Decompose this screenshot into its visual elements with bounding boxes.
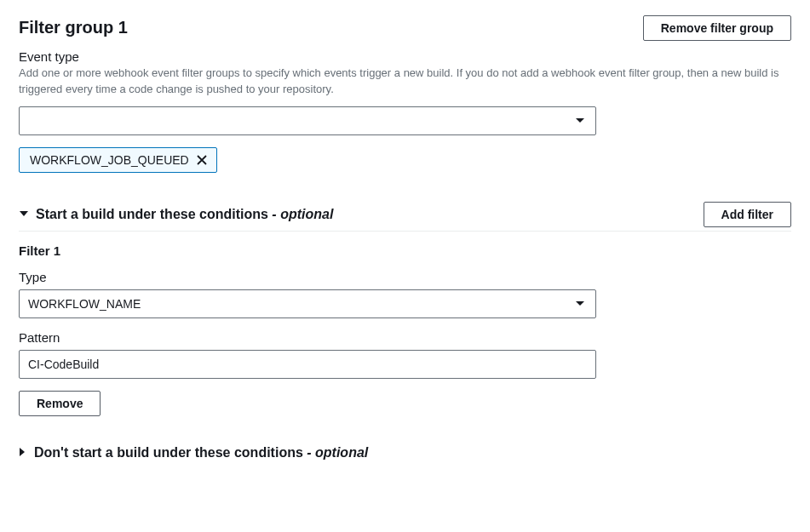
event-type-field: Event type Add one or more webhook event… — [19, 49, 791, 173]
dont-start-conditions-title: Don't start a build under these conditio… — [34, 445, 368, 460]
add-filter-button[interactable]: Add filter — [704, 202, 791, 227]
filter-heading: Filter 1 — [19, 243, 791, 258]
start-conditions-toggle[interactable]: Start a build under these conditions - o… — [19, 207, 333, 222]
caret-down-icon — [575, 117, 585, 124]
remove-filter-group-button[interactable]: Remove filter group — [643, 15, 791, 41]
caret-down-icon — [19, 207, 29, 222]
filter-type-select[interactable]: WORKFLOW_NAME — [19, 289, 596, 318]
caret-right-icon — [19, 445, 27, 460]
event-type-label: Event type — [19, 49, 791, 64]
close-icon[interactable] — [196, 154, 208, 166]
start-conditions-title: Start a build under these conditions - o… — [36, 207, 333, 222]
event-type-token: WORKFLOW_JOB_QUEUED — [19, 147, 217, 173]
dont-start-conditions-toggle[interactable]: Don't start a build under these conditio… — [19, 445, 791, 460]
filter-group-title: Filter group 1 — [19, 15, 128, 39]
caret-down-icon — [575, 300, 585, 307]
filter-pattern-input[interactable] — [19, 350, 596, 379]
remove-filter-button[interactable]: Remove — [19, 391, 101, 416]
event-type-select[interactable] — [19, 106, 596, 135]
filter-block: Filter 1 Type WORKFLOW_NAME Pattern Remo… — [19, 243, 791, 416]
token-label: WORKFLOW_JOB_QUEUED — [30, 153, 189, 167]
event-type-description: Add one or more webhook event filter gro… — [19, 66, 791, 98]
filter-pattern-label: Pattern — [19, 330, 791, 345]
filter-type-value: WORKFLOW_NAME — [28, 297, 141, 311]
filter-type-label: Type — [19, 270, 791, 284]
